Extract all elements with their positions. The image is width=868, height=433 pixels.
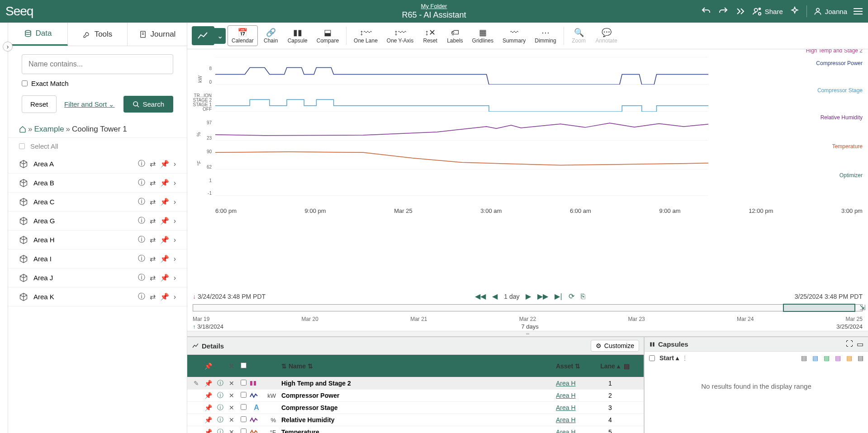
pin-icon[interactable]: 📌 [160,273,169,282]
lane-number[interactable]: 3 [597,404,624,411]
range-end[interactable]: 3/25/2024 [836,323,863,330]
signal-name[interactable]: High Temp and Stage 2 [279,380,556,387]
sort-name-icon2[interactable]: ⇅ [308,362,313,370]
pin-icon[interactable]: 📌 [160,216,169,225]
calendar-button[interactable]: 📅Calendar [228,25,258,46]
swap-icon[interactable]: ⇄ [150,179,156,187]
range-thumb[interactable] [783,304,855,312]
start-column[interactable]: Start ▴ [659,354,679,362]
time-start[interactable]: 3/24/2024 3:48 PM PDT [198,293,266,300]
info-icon[interactable]: ⓘ [138,235,145,245]
resize-handle[interactable]: ═ [187,331,868,336]
asset-item[interactable]: Area H ⓘ ⇄ 📌 › [8,231,187,249]
sort-lane-icon[interactable]: ▴ [617,362,620,370]
step-back-icon[interactable]: ◀ [492,292,498,301]
time-end[interactable]: 3/25/2024 3:48 PM PDT [795,293,863,300]
details-row[interactable]: ✎ 📌 ⓘ ✕ High Temp and Stage 2 Area H 1 [187,377,644,390]
pin-icon[interactable]: 📌 [160,160,169,168]
signal-name[interactable]: Compressor Stage [279,404,556,411]
select-all-row[interactable]: Select All [8,137,187,155]
info-icon[interactable]: ⓘ [217,404,223,411]
remove-icon[interactable]: ✕ [229,428,234,433]
chart-area[interactable]: High Temp and Stage 2 Compressor Power 8… [187,49,868,291]
breadcrumb-root[interactable]: Example [34,125,64,134]
reset-button[interactable]: Reset [22,95,57,113]
collapse-icon[interactable]: ▭ [857,340,863,348]
sidebar-toggle[interactable]: › [0,23,8,433]
capsule-action-6-icon[interactable]: ▤ [858,354,863,362]
details-row[interactable]: 📌 ⓘ ✕ °F Temperature Area H 5 [187,426,644,433]
pin-icon[interactable]: 📌 [204,416,212,424]
capsule-action-4-icon[interactable]: ▤ [835,354,841,362]
customize-button[interactable]: ⚙ Customize [591,340,639,352]
compare-button[interactable]: ⬓Compare [313,26,342,46]
chevron-right-icon[interactable]: › [174,293,176,301]
undo-icon[interactable] [701,6,711,17]
chart-lane[interactable]: Compressor Stage TR...IONSTAGE 2STAGE 1O… [193,94,863,119]
asset-link[interactable]: Area H [556,392,576,399]
asset-item[interactable]: Area J ⓘ ⇄ 📌 › [8,268,187,287]
remove-icon[interactable]: ✕ [229,404,234,411]
remove-icon[interactable]: ✕ [229,380,234,387]
chevron-right-icon[interactable]: › [174,217,176,225]
swap-icon[interactable]: ⇄ [150,160,156,168]
tab-journal[interactable]: Journal [128,23,187,46]
gridlines-button[interactable]: ▦Gridlines [469,26,497,46]
range-start[interactable]: 3/18/2024 [197,323,223,330]
tab-tools[interactable]: Tools [68,23,128,46]
capsule-action-5-icon[interactable]: ▤ [846,354,852,362]
summary-button[interactable]: 〰Summary [499,26,529,46]
row-checkbox[interactable] [241,380,247,386]
lane-number[interactable]: 4 [597,416,624,424]
lane-number[interactable]: 2 [597,392,624,399]
signal-name[interactable]: Relative Humidity [279,416,556,424]
home-icon[interactable] [19,126,26,133]
chevron-right-icon[interactable]: › [174,255,176,263]
refresh-icon[interactable]: ⟳ [569,292,574,301]
asset-item[interactable]: Area A ⓘ ⇄ 📌 › [8,155,187,174]
folder-link[interactable]: My Folder [402,3,466,9]
pin-icon[interactable]: 📌 [160,254,169,263]
info-icon[interactable]: ⓘ [138,254,145,264]
assistant-icon[interactable] [789,6,800,17]
asset-item[interactable]: Area I ⓘ ⇄ 📌 › [8,249,187,268]
swap-icon[interactable]: ⇄ [150,198,156,206]
info-icon[interactable]: ⓘ [217,391,223,399]
signal-name[interactable]: Temperature [279,428,556,433]
asset-item[interactable]: Area C ⓘ ⇄ 📌 › [8,193,187,212]
asset-link[interactable]: Area H [556,404,576,411]
info-icon[interactable]: ⓘ [138,197,145,207]
capsule-action-1-icon[interactable]: ▤ [801,354,807,362]
trend-view-button[interactable] [192,26,214,45]
user-menu[interactable]: Joanna [813,7,847,16]
labels-button[interactable]: 🏷Labels [443,26,466,46]
asset-link[interactable]: Area H [556,428,576,433]
details-row[interactable]: 📌 ⓘ ✕ A Compressor Stage Area H 3 [187,402,644,414]
reset-view-button[interactable]: ↕✕Reset [419,26,441,46]
row-checkbox[interactable] [241,404,247,410]
tab-data[interactable]: Data [8,23,68,46]
sort-name-icon[interactable]: ⇅ [281,362,287,370]
search-button[interactable]: Search [123,96,173,113]
asset-item[interactable]: Area B ⓘ ⇄ 📌 › [8,174,187,193]
filter-sort-link[interactable]: Filter and Sort ⌄ [64,100,114,108]
row-checkbox[interactable] [241,416,247,422]
chart-lane[interactable]: Temperature 9062°F [193,150,863,177]
chevron-right-icon[interactable]: › [174,198,176,206]
share-button[interactable]: Share [752,6,783,16]
trend-view-dropdown[interactable]: ⌄ [214,28,226,44]
copy-range-icon[interactable]: ⎘ [581,292,585,301]
lane-number[interactable]: 1 [597,380,624,387]
swap-icon[interactable]: ⇄ [150,235,156,244]
capsule-action-2-icon[interactable]: ▤ [812,354,818,362]
step-forward-fast-icon[interactable]: ▶▶ [537,292,548,301]
pin-icon[interactable]: 📌 [160,179,169,187]
info-icon[interactable]: ⓘ [217,416,223,423]
step-back-fast-icon[interactable]: ◀◀ [475,292,486,301]
capsules-more-icon[interactable]: ⋮ [682,354,688,362]
pin-icon[interactable]: 📌 [204,428,212,433]
swap-icon[interactable]: ⇄ [150,254,156,263]
chart-lane[interactable]: Relative Humidity 9723% [193,121,863,148]
pin-icon[interactable]: 📌 [204,380,212,387]
details-row[interactable]: 📌 ⓘ ✕ kW Compressor Power Area H 2 [187,390,644,402]
